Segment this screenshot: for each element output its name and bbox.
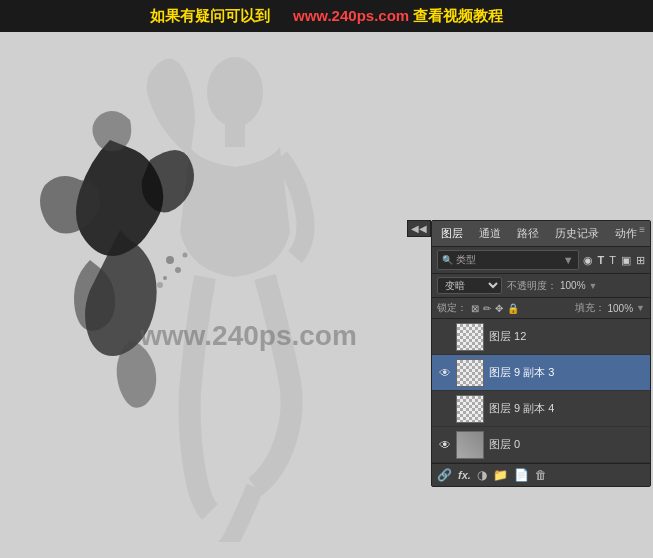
filter-options-icon[interactable]: ⊞ <box>636 254 645 267</box>
layer-item-0[interactable]: 👁 图层 0 <box>432 427 650 463</box>
opacity-row: 不透明度： 100% ▼ <box>507 279 645 293</box>
tab-history[interactable]: 历史记录 <box>551 224 603 243</box>
layer-name-12: 图层 12 <box>489 329 645 344</box>
link-icon[interactable]: 🔗 <box>437 468 452 482</box>
search-label: 类型 <box>456 253 476 267</box>
filter-T-icon[interactable]: T <box>598 254 605 266</box>
layer-thumbnail-9copy4 <box>456 395 484 423</box>
tab-actions[interactable]: 动作 <box>611 224 641 243</box>
layer-name-0: 图层 0 <box>489 437 645 452</box>
opacity-label: 不透明度： <box>507 279 557 293</box>
blend-mode-select[interactable]: 变暗 <box>437 277 502 294</box>
layer-thumb-content-0 <box>457 432 483 458</box>
adjustment-circle-icon[interactable]: ◑ <box>477 468 487 482</box>
lock-move-icon[interactable]: ✥ <box>495 303 503 314</box>
opacity-value[interactable]: 100% <box>560 280 586 291</box>
layers-list: 图层 12 👁 图层 9 副本 3 图层 9 副本 4 👁 图层 0 <box>432 319 650 463</box>
layer-search-box[interactable]: 🔍 类型 ▼ <box>437 250 579 270</box>
ink-brush-art <box>30 60 290 420</box>
layer-thumbnail-0 <box>456 431 484 459</box>
svg-point-2 <box>166 256 174 264</box>
layer-thumb-checker-12 <box>457 324 483 350</box>
bottom-icons-group: 🔗 fx. ◑ 📁 📄 🗑 <box>437 468 547 482</box>
blend-opacity-row: 变暗 不透明度： 100% ▼ <box>432 274 650 298</box>
dropdown-icon: ▼ <box>563 254 574 266</box>
svg-point-5 <box>183 253 188 258</box>
lock-icons-group: ⊠ ✏ ✥ 🔒 <box>471 303 519 314</box>
layer-thumbnail-9copy3 <box>456 359 484 387</box>
search-icon: 🔍 <box>442 255 453 265</box>
new-layer-icon[interactable]: 📄 <box>514 468 529 482</box>
fx-icon[interactable]: fx. <box>458 469 471 481</box>
filter-T2-icon[interactable]: T <box>609 254 616 266</box>
panel-menu-icon[interactable]: ≡ <box>639 224 645 235</box>
panel-collapse-arrow[interactable]: ◀◀ <box>407 220 431 237</box>
banner-suffix: 查看视频教程 <box>413 7 503 24</box>
layers-panel: 图层 通道 路径 历史记录 动作 ≡ 🔍 类型 ▼ ◉ T T ▣ ⊞ 变暗 不… <box>431 220 651 487</box>
new-group-icon[interactable]: 📁 <box>493 468 508 482</box>
panel-bottom-toolbar: 🔗 fx. ◑ 📁 📄 🗑 <box>432 463 650 486</box>
tab-channels[interactable]: 通道 <box>475 224 505 243</box>
layer-eye-toggle-9copy3[interactable]: 👁 <box>437 366 453 380</box>
fill-section: 填充： 100% ▼ <box>575 301 646 315</box>
banner-prefix: 如果有疑问可以到 <box>150 7 270 24</box>
svg-point-4 <box>163 276 167 280</box>
opacity-dropdown-icon: ▼ <box>589 281 598 291</box>
banner-text: 如果有疑问可以到 www.240ps.com 查看视频教程 <box>150 7 504 26</box>
panel-toolbar: 🔍 类型 ▼ ◉ T T ▣ ⊞ <box>432 247 650 274</box>
lock-label: 锁定： <box>437 301 467 315</box>
layer-thumb-checker-9copy4 <box>457 396 483 422</box>
tab-paths[interactable]: 路径 <box>513 224 543 243</box>
fill-label: 填充： <box>575 301 605 315</box>
tab-layers[interactable]: 图层 <box>437 224 467 243</box>
layer-eye-toggle-0[interactable]: 👁 <box>437 438 453 452</box>
lock-padlock-icon[interactable]: 🔒 <box>507 303 519 314</box>
lock-fill-row: 锁定： ⊠ ✏ ✥ 🔒 填充： 100% ▼ <box>432 298 650 319</box>
lock-checkerboard-icon[interactable]: ⊠ <box>471 303 479 314</box>
watermark: www.240ps.com <box>140 320 357 352</box>
layer-name-9copy4: 图层 9 副本 4 <box>489 401 645 416</box>
layer-item-12[interactable]: 图层 12 <box>432 319 650 355</box>
panel-header: 图层 通道 路径 历史记录 动作 ≡ <box>432 221 650 247</box>
panel-filter-icons: ◉ T T ▣ ⊞ <box>583 254 645 267</box>
top-banner: 如果有疑问可以到 www.240ps.com 查看视频教程 <box>0 0 653 32</box>
delete-layer-icon[interactable]: 🗑 <box>535 468 547 482</box>
layer-item-9-copy4[interactable]: 图层 9 副本 4 <box>432 391 650 427</box>
layer-thumb-checker-9copy3 <box>457 360 483 386</box>
fill-value[interactable]: 100% <box>608 303 634 314</box>
svg-point-6 <box>157 282 163 288</box>
filter-rect-icon[interactable]: ▣ <box>621 254 631 267</box>
layer-thumbnail-12 <box>456 323 484 351</box>
filter-circle-icon[interactable]: ◉ <box>583 254 593 267</box>
svg-point-3 <box>175 267 181 273</box>
banner-url: www.240ps.com <box>293 7 409 24</box>
layer-name-9copy3: 图层 9 副本 3 <box>489 365 645 380</box>
layer-item-9-copy3[interactable]: 👁 图层 9 副本 3 <box>432 355 650 391</box>
fill-dropdown-icon: ▼ <box>636 303 645 313</box>
lock-brush-icon[interactable]: ✏ <box>483 303 491 314</box>
